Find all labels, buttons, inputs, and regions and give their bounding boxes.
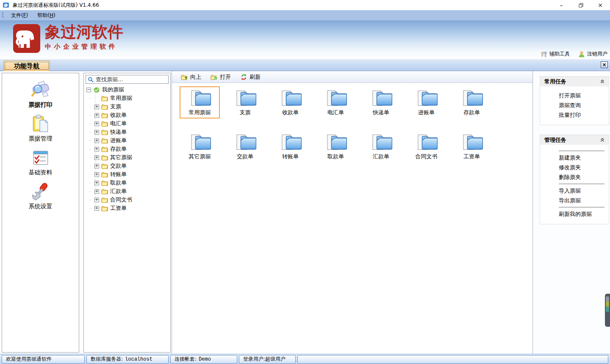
folder-item[interactable]: 进账单 (406, 86, 446, 119)
folder-item[interactable]: 其它票据 (180, 130, 220, 163)
tree-item[interactable]: + 合同文书 (89, 196, 170, 204)
tree-label: 合同文书 (110, 196, 132, 204)
task-refresh-my-bills[interactable]: 刷新我的票据 (540, 209, 609, 219)
menu-help[interactable]: 帮助(H) (33, 10, 60, 20)
expand-icon[interactable]: + (94, 181, 99, 185)
collapse-icon[interactable]: − (86, 88, 91, 92)
task-new-folder[interactable]: 新建票夹 (540, 153, 609, 163)
folder-item[interactable]: 常用票据 (180, 86, 220, 119)
common-tasks-header[interactable]: 常用任务 (540, 77, 609, 86)
task-edit-folder[interactable]: 修改票夹 (540, 163, 609, 172)
open-label: 打开 (220, 73, 231, 81)
app-window: 象过河票据通标准版(试用版) V1.4.66 – × 文件(F) 帮助(H) 象… (0, 0, 610, 364)
tab-strip: 功能导航 × (0, 59, 610, 71)
tree-item[interactable]: + 取款单 (89, 179, 170, 187)
nav-item-base-data[interactable]: 基础资料 (2, 148, 79, 182)
tree-item[interactable]: + 交款单 (89, 162, 170, 170)
expand-icon[interactable]: + (94, 130, 99, 135)
folder-item[interactable]: 合同文书 (406, 130, 446, 163)
task-open-bill[interactable]: 打开票据 (540, 91, 609, 100)
folder-item[interactable]: 取款单 (316, 130, 356, 163)
folder-icon (233, 88, 257, 108)
menu-file[interactable]: 文件(F) (6, 10, 33, 20)
logout-user-label: 注销用户 (587, 50, 607, 58)
minimize-button[interactable]: – (552, 0, 571, 10)
side-panel-handle[interactable] (605, 294, 610, 327)
tree-item[interactable]: + 支票 (89, 102, 170, 111)
folder-item[interactable]: 支票 (225, 86, 265, 119)
expand-icon[interactable]: + (94, 189, 99, 194)
tree-label: 交款单 (110, 162, 127, 170)
folder-item[interactable]: 收款单 (270, 86, 311, 119)
folder-item[interactable]: 汇款单 (361, 130, 401, 163)
tree-label: 进账单 (110, 137, 127, 144)
nav-item-system-settings[interactable]: 系统设置 (2, 182, 79, 215)
expand-icon[interactable]: + (94, 155, 99, 160)
expand-icon[interactable]: + (94, 113, 99, 118)
refresh-label: 刷新 (250, 73, 261, 81)
nav-item-bill-print[interactable]: 票据打印 (2, 80, 79, 114)
search-box[interactable] (86, 75, 169, 84)
tree-item[interactable]: + 其它票据 (89, 153, 170, 162)
tree-item[interactable]: + 汇款单 (89, 187, 170, 196)
task-delete-folder[interactable]: 删除票夹 (540, 172, 609, 182)
tab-close-button[interactable]: × (601, 61, 608, 68)
folder-icon (101, 205, 108, 212)
manage-tasks-header[interactable]: 管理任务 (540, 135, 609, 145)
expand-icon[interactable]: + (94, 206, 99, 211)
toolbar-grip[interactable] (2, 12, 3, 18)
folder-item[interactable]: 转账单 (270, 130, 311, 163)
open-button[interactable]: 打开 (208, 72, 233, 82)
up-button[interactable]: 向上 (179, 72, 203, 82)
expand-icon[interactable]: + (94, 198, 99, 202)
tree-label: 支票 (110, 103, 121, 110)
logout-user-icon (578, 51, 585, 58)
search-input[interactable] (94, 76, 168, 83)
expand-icon[interactable]: + (94, 164, 99, 168)
aux-tools-button[interactable]: 辅助工具 (541, 50, 570, 58)
folder-item[interactable]: 快递单 (361, 86, 401, 119)
nav-item-bill-manage[interactable]: 票据管理 (2, 114, 79, 148)
folder-open-icon (211, 74, 218, 80)
expand-icon[interactable]: + (94, 138, 99, 143)
tree-item[interactable]: + 进账单 (89, 136, 170, 145)
tree-item[interactable]: + 快递单 (89, 128, 170, 136)
folder-item[interactable]: 存款单 (452, 86, 492, 119)
folder-icon (101, 121, 108, 127)
logout-user-button[interactable]: 注销用户 (578, 50, 607, 58)
folder-icon (101, 112, 108, 119)
collapse-chevron-icon[interactable] (600, 80, 604, 83)
restore-button[interactable] (571, 0, 591, 10)
close-button[interactable]: × (591, 0, 610, 10)
tree-label: 工资单 (110, 204, 127, 212)
folder-label: 转账单 (282, 153, 299, 160)
task-export-bills[interactable]: 导出票据 (540, 196, 609, 205)
expand-icon[interactable]: + (94, 147, 99, 152)
collapse-chevron-icon[interactable] (600, 138, 604, 142)
task-import-bills[interactable]: 导入票据 (540, 186, 609, 196)
expand-icon[interactable]: + (94, 105, 99, 109)
folder-item[interactable]: 工资单 (452, 130, 492, 163)
folder-item[interactable]: 电汇单 (316, 86, 356, 119)
status-label: 数据库服务器: (91, 356, 123, 363)
tree-item[interactable]: + 存款单 (89, 145, 170, 153)
tree-item[interactable]: + 工资单 (89, 204, 170, 212)
folder-icon (233, 132, 257, 152)
task-bill-query[interactable]: 票据查询 (540, 100, 609, 110)
tree-item[interactable]: + 收款单 (89, 111, 170, 119)
folder-item[interactable]: 交款单 (225, 130, 265, 163)
folder-label: 收款单 (282, 109, 299, 116)
tree-item[interactable]: + 电汇单 (89, 119, 170, 128)
task-batch-print[interactable]: 批量打印 (540, 110, 609, 120)
tree-item[interactable]: 常用票据 (89, 94, 170, 102)
folder-label: 交款单 (237, 153, 253, 160)
tree-root-my-bills[interactable]: − 我的票据 (86, 85, 170, 94)
expand-icon[interactable]: + (94, 121, 99, 126)
folder-icon (101, 129, 108, 135)
expand-icon[interactable]: + (94, 172, 99, 177)
tab-function-nav[interactable]: 功能导航 (3, 61, 50, 71)
refresh-button[interactable]: 刷新 (238, 72, 263, 82)
tree-item[interactable]: + 转账单 (89, 170, 170, 179)
folder-icon (188, 132, 212, 152)
status-db-server: 数据库服务器: localhost (86, 355, 169, 364)
